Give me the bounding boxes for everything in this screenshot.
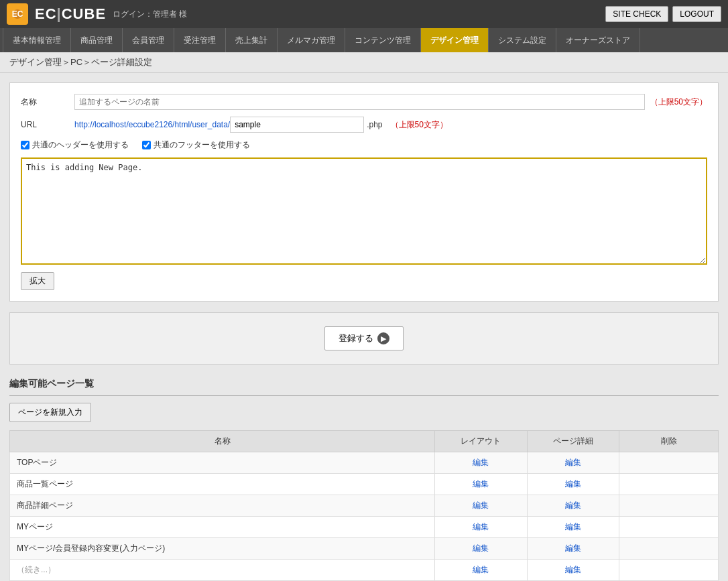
- url-label: URL: [21, 120, 74, 129]
- table-row: 商品一覧ページ 編集 編集: [10, 474, 719, 495]
- nav-item-owners[interactable]: オーナーズストア: [556, 28, 640, 52]
- delete-cell: [619, 495, 719, 517]
- footer-checkbox[interactable]: [142, 141, 151, 149]
- table-row: MYページ 編集 編集: [10, 517, 719, 538]
- logo-area: EC EC|CUBE ログイン：管理者 様: [7, 3, 187, 25]
- pages-table: 名称 レイアウト ページ詳細 削除 TOPページ 編集 編集 商品一覧ページ 編…: [9, 430, 719, 581]
- layout-link-cell: 編集: [435, 495, 527, 517]
- content-area: 名称 （上限50文字） URL http://localhost/eccube2…: [0, 73, 728, 581]
- page-name: MYページ/会員登録内容変更(入力ページ): [10, 538, 435, 560]
- delete-cell: [619, 474, 719, 495]
- table-row: MYページ/会員登録内容変更(入力ページ) 編集 編集: [10, 538, 719, 560]
- detail-link-cell: 編集: [527, 517, 619, 538]
- detail-link[interactable]: 編集: [565, 479, 581, 489]
- nav-item-product[interactable]: 商品管理: [71, 28, 123, 52]
- nav-item-content[interactable]: コンテンツ管理: [345, 28, 421, 52]
- nav-item-sales[interactable]: 売上集計: [226, 28, 278, 52]
- register-area: 登録する ▶: [9, 312, 719, 365]
- layout-link[interactable]: 編集: [473, 543, 489, 553]
- page-name: MYページ: [10, 517, 435, 538]
- layout-link[interactable]: 編集: [473, 501, 489, 510]
- page-name: TOPページ: [10, 452, 435, 474]
- detail-link-cell: 編集: [527, 560, 619, 581]
- footer-checkbox-text: 共通のフッターを使用する: [154, 139, 250, 151]
- form-panel: 名称 （上限50文字） URL http://localhost/eccube2…: [9, 82, 719, 302]
- nav-item-mail[interactable]: メルマガ管理: [278, 28, 345, 52]
- delete-cell: [619, 517, 719, 538]
- logout-button[interactable]: LOGOUT: [672, 6, 721, 22]
- detail-link[interactable]: 編集: [565, 543, 581, 553]
- layout-link[interactable]: 編集: [473, 565, 489, 574]
- register-button[interactable]: 登録する ▶: [324, 326, 404, 350]
- page-name: 商品一覧ページ: [10, 474, 435, 495]
- col-header-name: 名称: [10, 431, 435, 452]
- url-suffix: .php: [367, 120, 382, 129]
- page-name: 商品詳細ページ: [10, 495, 435, 517]
- new-page-button[interactable]: ページを新規入力: [9, 403, 91, 422]
- col-header-delete: 削除: [619, 431, 719, 452]
- svg-text:EC: EC: [12, 9, 23, 19]
- url-input[interactable]: [230, 117, 364, 133]
- header-checkbox[interactable]: [21, 141, 29, 149]
- header-checkbox-label[interactable]: 共通のヘッダーを使用する: [21, 139, 129, 151]
- main-nav: 基本情報管理 商品管理 会員管理 受注管理 売上集計 メルマガ管理 コンテンツ管…: [0, 28, 728, 52]
- section-divider: [9, 395, 719, 396]
- breadcrumb-text: デザイン管理＞PC＞ページ詳細設定: [9, 57, 152, 67]
- header-buttons: SITE CHECK LOGOUT: [605, 6, 721, 22]
- layout-link-cell: 編集: [435, 560, 527, 581]
- nav-item-member[interactable]: 会員管理: [123, 28, 174, 52]
- table-row: （続き...） 編集 編集: [10, 560, 719, 581]
- name-hint: （上限50文字）: [650, 96, 707, 108]
- checkbox-row: 共通のヘッダーを使用する 共通のフッターを使用する: [21, 139, 707, 151]
- pages-section: 編集可能ページ一覧 ページを新規入力 名称 レイアウト ページ詳細 削除 TOP…: [9, 378, 719, 581]
- name-input[interactable]: [74, 94, 645, 110]
- breadcrumb: デザイン管理＞PC＞ページ詳細設定: [0, 52, 728, 73]
- layout-link-cell: 編集: [435, 452, 527, 474]
- delete-cell: [619, 452, 719, 474]
- footer-checkbox-label[interactable]: 共通のフッターを使用する: [142, 139, 250, 151]
- expand-button[interactable]: 拡大: [21, 272, 54, 290]
- detail-link-cell: 編集: [527, 474, 619, 495]
- logo-icon: EC: [7, 3, 28, 25]
- name-field: [74, 94, 645, 110]
- name-label: 名称: [21, 96, 74, 108]
- header-checkbox-text: 共通のヘッダーを使用する: [32, 139, 129, 151]
- detail-link[interactable]: 編集: [565, 565, 581, 574]
- url-prefix: http://localhost/eccube2126/html/user_da…: [74, 120, 230, 129]
- header: EC EC|CUBE ログイン：管理者 様 SITE CHECK LOGOUT: [0, 0, 728, 28]
- page-editor[interactable]: This is adding New Page.: [21, 157, 707, 265]
- register-button-label: 登録する: [339, 332, 373, 344]
- delete-cell: [619, 538, 719, 560]
- col-header-layout: レイアウト: [435, 431, 527, 452]
- detail-link-cell: 編集: [527, 538, 619, 560]
- table-row: TOPページ 編集 編集: [10, 452, 719, 474]
- detail-link-cell: 編集: [527, 495, 619, 517]
- url-row: URL http://localhost/eccube2126/html/use…: [21, 117, 707, 133]
- detail-link[interactable]: 編集: [565, 458, 581, 467]
- detail-link[interactable]: 編集: [565, 522, 581, 531]
- col-header-detail: ページ詳細: [527, 431, 619, 452]
- table-row: 商品詳細ページ 編集 編集: [10, 495, 719, 517]
- layout-link-cell: 編集: [435, 517, 527, 538]
- site-check-button[interactable]: SITE CHECK: [605, 6, 668, 22]
- layout-link-cell: 編集: [435, 474, 527, 495]
- nav-item-design[interactable]: デザイン管理: [421, 28, 489, 52]
- url-hint: （上限50文字）: [391, 119, 448, 131]
- layout-link[interactable]: 編集: [473, 479, 489, 489]
- nav-item-system[interactable]: システム設定: [489, 28, 556, 52]
- detail-link-cell: 編集: [527, 452, 619, 474]
- header-user-label: ログイン：管理者 様: [113, 9, 187, 20]
- detail-link[interactable]: 編集: [565, 501, 581, 510]
- logo-text: EC|CUBE: [35, 5, 106, 23]
- layout-link-cell: 編集: [435, 538, 527, 560]
- section-title: 編集可能ページ一覧: [9, 378, 719, 390]
- url-field-group: http://localhost/eccube2126/html/user_da…: [74, 117, 385, 133]
- layout-link[interactable]: 編集: [473, 522, 489, 531]
- name-row: 名称 （上限50文字）: [21, 94, 707, 110]
- table-header-row: 名称 レイアウト ページ詳細 削除: [10, 431, 719, 452]
- nav-item-basic[interactable]: 基本情報管理: [3, 28, 71, 52]
- layout-link[interactable]: 編集: [473, 458, 489, 467]
- arrow-icon: ▶: [377, 332, 389, 344]
- nav-item-order[interactable]: 受注管理: [174, 28, 226, 52]
- delete-cell: [619, 560, 719, 581]
